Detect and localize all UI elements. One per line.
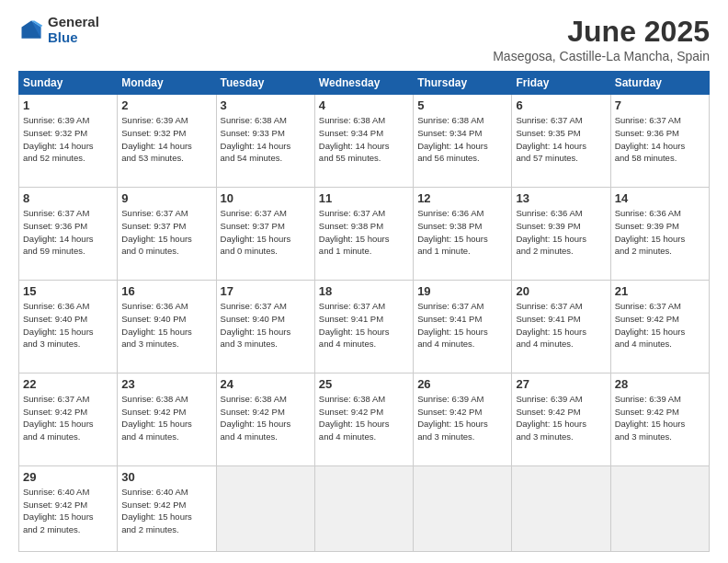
day-number: 27 <box>516 377 606 391</box>
header: General Blue June 2025 Masegosa, Castill… <box>18 15 710 63</box>
day-number: 24 <box>221 377 311 391</box>
cell-info: Sunrise: 6:37 AMSunset: 9:42 PMDaylight:… <box>615 300 705 350</box>
month-title: June 2025 <box>493 15 710 49</box>
calendar-cell: 4Sunrise: 6:38 AMSunset: 9:34 PMDaylight… <box>314 95 413 188</box>
cell-info: Sunrise: 6:38 AMSunset: 9:33 PMDaylight:… <box>221 114 311 165</box>
cell-info: Sunrise: 6:39 AMSunset: 9:42 PMDaylight:… <box>516 393 606 443</box>
calendar-cell: 12Sunrise: 6:36 AMSunset: 9:38 PMDayligh… <box>414 187 512 280</box>
cell-info: Sunrise: 6:38 AMSunset: 9:34 PMDaylight:… <box>319 114 409 165</box>
cell-info: Sunrise: 6:37 AMSunset: 9:38 PMDaylight:… <box>319 207 409 258</box>
calendar-cell: 19Sunrise: 6:37 AMSunset: 9:41 PMDayligh… <box>414 280 512 373</box>
calendar-cell <box>216 465 314 551</box>
cell-info: Sunrise: 6:36 AMSunset: 9:38 PMDaylight:… <box>417 207 507 258</box>
day-number: 28 <box>615 377 705 391</box>
day-number: 21 <box>615 284 705 298</box>
cell-info: Sunrise: 6:37 AMSunset: 9:35 PMDaylight:… <box>516 114 606 165</box>
day-number: 4 <box>319 98 409 112</box>
week-row-5: 29Sunrise: 6:40 AMSunset: 9:42 PMDayligh… <box>19 465 710 551</box>
week-row-2: 8Sunrise: 6:37 AMSunset: 9:36 PMDaylight… <box>19 187 710 280</box>
title-block: June 2025 Masegosa, Castille-La Mancha, … <box>493 15 710 63</box>
day-number: 10 <box>221 191 311 205</box>
calendar-cell: 13Sunrise: 6:36 AMSunset: 9:39 PMDayligh… <box>512 187 610 280</box>
calendar-cell: 15Sunrise: 6:36 AMSunset: 9:40 PMDayligh… <box>19 280 118 373</box>
calendar-cell: 27Sunrise: 6:39 AMSunset: 9:42 PMDayligh… <box>512 373 610 465</box>
cell-info: Sunrise: 6:37 AMSunset: 9:41 PMDaylight:… <box>319 300 409 350</box>
day-header-monday: Monday <box>118 72 216 95</box>
calendar-cell: 2Sunrise: 6:39 AMSunset: 9:32 PMDaylight… <box>118 95 216 188</box>
calendar-cell: 3Sunrise: 6:38 AMSunset: 9:33 PMDaylight… <box>216 95 314 188</box>
logo-text: General Blue <box>48 15 99 45</box>
day-number: 8 <box>23 191 113 205</box>
day-number: 1 <box>23 98 113 112</box>
logo-icon <box>18 17 44 43</box>
calendar-cell <box>314 465 413 551</box>
calendar-cell: 22Sunrise: 6:37 AMSunset: 9:42 PMDayligh… <box>19 373 118 465</box>
logo: General Blue <box>18 15 99 45</box>
cell-info: Sunrise: 6:37 AMSunset: 9:41 PMDaylight:… <box>516 300 606 350</box>
calendar-cell: 8Sunrise: 6:37 AMSunset: 9:36 PMDaylight… <box>19 187 118 280</box>
day-number: 6 <box>516 98 606 112</box>
cell-info: Sunrise: 6:38 AMSunset: 9:34 PMDaylight:… <box>417 114 507 165</box>
day-number: 16 <box>121 284 211 298</box>
cell-info: Sunrise: 6:39 AMSunset: 9:32 PMDaylight:… <box>23 114 113 165</box>
week-row-4: 22Sunrise: 6:37 AMSunset: 9:42 PMDayligh… <box>19 373 710 465</box>
day-number: 3 <box>221 98 311 112</box>
day-number: 23 <box>121 377 211 391</box>
calendar-cell: 1Sunrise: 6:39 AMSunset: 9:32 PMDaylight… <box>19 95 118 188</box>
cell-info: Sunrise: 6:37 AMSunset: 9:37 PMDaylight:… <box>121 207 211 258</box>
logo-blue: Blue <box>48 30 99 46</box>
cell-info: Sunrise: 6:38 AMSunset: 9:42 PMDaylight:… <box>221 393 311 443</box>
day-number: 11 <box>319 191 409 205</box>
day-number: 9 <box>121 191 211 205</box>
day-number: 7 <box>615 98 705 112</box>
day-number: 2 <box>121 98 211 112</box>
calendar-cell: 5Sunrise: 6:38 AMSunset: 9:34 PMDaylight… <box>414 95 512 188</box>
calendar-cell: 17Sunrise: 6:37 AMSunset: 9:40 PMDayligh… <box>216 280 314 373</box>
day-number: 20 <box>516 284 606 298</box>
cell-info: Sunrise: 6:40 AMSunset: 9:42 PMDaylight:… <box>23 486 113 536</box>
calendar-cell: 9Sunrise: 6:37 AMSunset: 9:37 PMDaylight… <box>118 187 216 280</box>
cell-info: Sunrise: 6:39 AMSunset: 9:42 PMDaylight:… <box>615 393 705 443</box>
calendar-cell: 23Sunrise: 6:38 AMSunset: 9:42 PMDayligh… <box>118 373 216 465</box>
calendar-cell: 21Sunrise: 6:37 AMSunset: 9:42 PMDayligh… <box>610 280 709 373</box>
day-header-saturday: Saturday <box>610 72 709 95</box>
calendar-cell: 25Sunrise: 6:38 AMSunset: 9:42 PMDayligh… <box>314 373 413 465</box>
calendar-cell: 29Sunrise: 6:40 AMSunset: 9:42 PMDayligh… <box>19 465 118 551</box>
page: General Blue June 2025 Masegosa, Castill… <box>0 0 728 563</box>
calendar-cell <box>610 465 709 551</box>
cell-info: Sunrise: 6:40 AMSunset: 9:42 PMDaylight:… <box>121 486 211 536</box>
header-row: SundayMondayTuesdayWednesdayThursdayFrid… <box>19 72 710 95</box>
day-number: 22 <box>23 377 113 391</box>
calendar-cell: 6Sunrise: 6:37 AMSunset: 9:35 PMDaylight… <box>512 95 610 188</box>
calendar: SundayMondayTuesdayWednesdayThursdayFrid… <box>18 71 710 552</box>
day-header-wednesday: Wednesday <box>314 72 413 95</box>
cell-info: Sunrise: 6:39 AMSunset: 9:32 PMDaylight:… <box>121 114 211 165</box>
calendar-cell: 24Sunrise: 6:38 AMSunset: 9:42 PMDayligh… <box>216 373 314 465</box>
day-number: 29 <box>23 470 113 484</box>
cell-info: Sunrise: 6:37 AMSunset: 9:41 PMDaylight:… <box>417 300 507 350</box>
week-row-3: 15Sunrise: 6:36 AMSunset: 9:40 PMDayligh… <box>19 280 710 373</box>
cell-info: Sunrise: 6:36 AMSunset: 9:40 PMDaylight:… <box>23 300 113 350</box>
day-number: 18 <box>319 284 409 298</box>
calendar-cell: 18Sunrise: 6:37 AMSunset: 9:41 PMDayligh… <box>314 280 413 373</box>
day-number: 14 <box>615 191 705 205</box>
day-number: 12 <box>417 191 507 205</box>
day-number: 30 <box>121 470 211 484</box>
calendar-cell: 11Sunrise: 6:37 AMSunset: 9:38 PMDayligh… <box>314 187 413 280</box>
calendar-cell <box>414 465 512 551</box>
cell-info: Sunrise: 6:37 AMSunset: 9:42 PMDaylight:… <box>23 393 113 443</box>
calendar-cell: 28Sunrise: 6:39 AMSunset: 9:42 PMDayligh… <box>610 373 709 465</box>
calendar-body: 1Sunrise: 6:39 AMSunset: 9:32 PMDaylight… <box>19 95 710 552</box>
calendar-cell <box>512 465 610 551</box>
day-header-thursday: Thursday <box>414 72 512 95</box>
day-number: 13 <box>516 191 606 205</box>
cell-info: Sunrise: 6:39 AMSunset: 9:42 PMDaylight:… <box>417 393 507 443</box>
day-header-sunday: Sunday <box>19 72 118 95</box>
location: Masegosa, Castille-La Mancha, Spain <box>493 49 710 63</box>
calendar-cell: 30Sunrise: 6:40 AMSunset: 9:42 PMDayligh… <box>118 465 216 551</box>
day-number: 5 <box>417 98 507 112</box>
day-number: 15 <box>23 284 113 298</box>
calendar-cell: 14Sunrise: 6:36 AMSunset: 9:39 PMDayligh… <box>610 187 709 280</box>
day-header-tuesday: Tuesday <box>216 72 314 95</box>
cell-info: Sunrise: 6:37 AMSunset: 9:40 PMDaylight:… <box>221 300 311 350</box>
